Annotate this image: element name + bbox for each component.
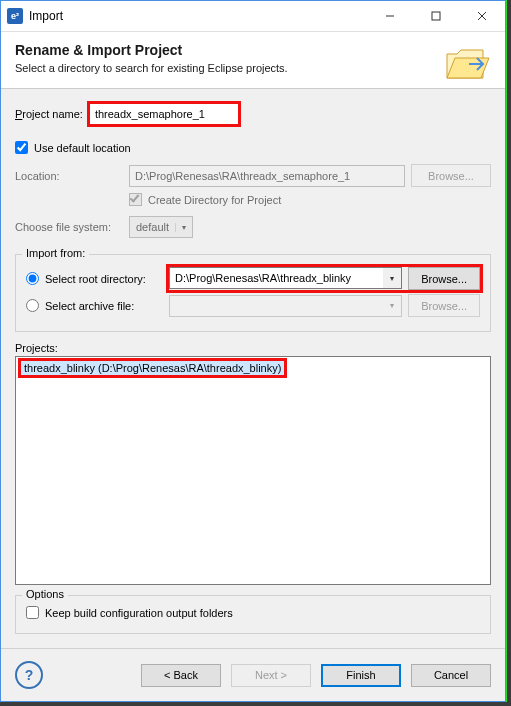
chevron-down-icon: ▾ [175,223,192,232]
button-bar: ? < Back Next > Finish Cancel [1,648,505,701]
dialog-subtitle: Select a directory to search for existin… [15,62,288,74]
dialog-header: Rename & Import Project Select a directo… [1,32,505,89]
select-archive-file-radio[interactable] [26,299,39,312]
projects-list[interactable]: threadx_blinky (D:\Prog\Renesas\RA\threa… [15,356,491,585]
select-root-directory-radio[interactable] [26,272,39,285]
options-group: Options Keep build configuration output … [15,595,491,634]
chevron-down-icon: ▾ [383,295,402,317]
next-button: Next > [231,664,311,687]
import-from-legend: Import from: [22,247,89,259]
choose-filesystem-label: Choose file system: [15,221,123,233]
select-root-directory-label: Select root directory: [45,273,163,285]
help-button[interactable]: ? [15,661,43,689]
root-directory-highlight: ▾ Browse... [169,267,480,290]
use-default-location-checkbox[interactable] [15,141,28,154]
project-list-item[interactable]: threadx_blinky (D:\Prog\Renesas\RA\threa… [20,360,285,376]
archive-file-combo: ▾ [169,295,402,317]
archive-browse-button: Browse... [408,294,480,317]
create-directory-checkbox [129,193,142,206]
root-directory-browse-button[interactable]: Browse... [408,267,480,290]
cancel-button[interactable]: Cancel [411,664,491,687]
select-archive-file-label: Select archive file: [45,300,163,312]
root-directory-combo[interactable]: ▾ [169,267,402,289]
keep-build-config-label: Keep build configuration output folders [45,607,233,619]
dialog-title: Rename & Import Project [15,42,288,58]
import-from-group: Import from: Select root directory: ▾ Br… [15,254,491,332]
import-dialog: e² Import Rename & Import Project Select… [0,0,506,702]
svg-line-2 [478,12,486,20]
location-label: Location: [15,170,123,182]
location-input [129,165,405,187]
back-button[interactable]: < Back [141,664,221,687]
app-icon: e² [7,8,23,24]
dialog-body: Project name: document.currentScript.pre… [1,89,505,648]
location-browse-button: Browse... [411,164,491,187]
options-legend: Options [22,588,68,600]
choose-filesystem-dropdown: default ▾ [129,216,193,238]
close-button[interactable] [459,1,505,31]
choose-filesystem-value: default [130,221,175,233]
chevron-down-icon[interactable]: ▾ [383,267,402,289]
create-directory-label: Create Directory for Project [148,194,281,206]
keep-build-config-checkbox[interactable] [26,606,39,619]
use-default-location-label: Use default location [34,142,131,154]
help-icon: ? [25,667,34,683]
project-name-label: Project name: [15,108,83,120]
projects-label: Projects: [15,342,491,354]
svg-line-3 [478,12,486,20]
archive-file-input [169,295,383,317]
maximize-button[interactable] [413,1,459,31]
root-directory-input[interactable] [169,267,383,289]
minimize-button[interactable] [367,1,413,31]
project-name-input[interactable] [89,103,239,125]
finish-button[interactable]: Finish [321,664,401,687]
svg-rect-1 [432,12,440,20]
window-title: Import [29,9,63,23]
titlebar: e² Import [1,1,505,32]
folder-import-icon [443,40,491,88]
